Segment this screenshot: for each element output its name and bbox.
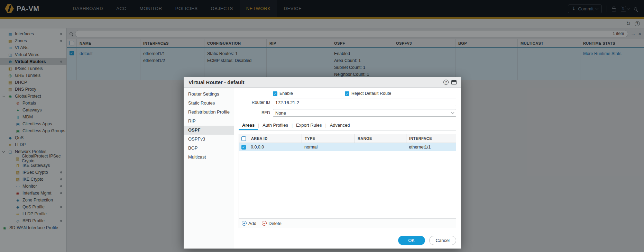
tab-export-rules[interactable]: Export Rules [293,123,325,130]
add-label: Add [248,221,256,226]
areas-row-checkbox-cell: ✓ [239,145,248,150]
area-id-cell: 0.0.0.0 [248,145,302,150]
dialog-menu-item-ospf[interactable]: OSPF [184,126,234,135]
router-id-field[interactable] [273,99,456,106]
areas-column-type[interactable]: TYPE [302,134,355,143]
enable-label: Enable [279,91,293,96]
dialog-menu-item-bgp[interactable]: BGP [184,144,234,153]
areas-table-header: AREA IDTYPERANGEINTERFACE [239,134,456,143]
window-icon[interactable] [451,80,457,84]
areas-table-rows: ✓0.0.0.0normalethernet1/1 [239,143,456,151]
areas-row-checkbox[interactable]: ✓ [241,145,246,150]
dialog-title-bar: Virtual Router - default ? [184,77,461,88]
enable-checkbox-group[interactable]: ✓ Enable [273,91,293,96]
virtual-router-dialog: Virtual Router - default ? Router Settin… [184,77,461,249]
dialog-menu: Router SettingsStatic RoutesRedistributi… [184,88,234,249]
interface-cell: ethernet1/1 [406,145,456,150]
areas-header-checkbox-cell [239,136,248,141]
help-icon[interactable]: ? [443,80,449,85]
reject-default-route-checkbox-group[interactable]: ✓ Reject Default Route [345,91,391,96]
tab-areas[interactable]: Areas [239,123,258,130]
bfd-select[interactable]: None [273,109,456,117]
delete-button[interactable]: − Delete [262,221,282,226]
areas-column-range[interactable]: RANGE [355,134,406,143]
dialog-menu-item-redistribution-profile[interactable]: Redistribution Profile [184,108,234,117]
areas-table: AREA IDTYPERANGEINTERFACE ✓0.0.0.0normal… [239,134,456,228]
reject-default-route-checkbox[interactable]: ✓ [345,91,349,96]
router-id-label: Router ID [239,100,270,105]
dialog-menu-item-router-settings[interactable]: Router Settings [184,90,234,99]
areas-column-area-id[interactable]: AREA ID [248,134,302,143]
areas-table-row[interactable]: ✓0.0.0.0normalethernet1/1 [239,143,456,151]
enable-checkbox[interactable]: ✓ [273,91,277,96]
add-button[interactable]: + Add [242,221,256,226]
checkbox-row: ✓ Enable ✓ Reject Default Route [239,91,456,96]
bfd-value: None [275,110,286,116]
add-icon: + [242,221,247,226]
dialog-menu-item-multicast[interactable]: Multicast [184,153,234,162]
dialog-menu-item-rip[interactable]: RIP [184,117,234,126]
bfd-label: BFD [239,110,270,115]
areas-table-footer: + Add − Delete [239,218,456,228]
dialog-title: Virtual Router - default [188,79,244,85]
router-id-row: Router ID [239,99,456,106]
delete-label: Delete [268,221,282,226]
cancel-button[interactable]: Cancel [429,236,456,245]
dialog-main: ✓ Enable ✓ Reject Default Route Router I… [234,88,461,249]
bfd-row: BFD None [239,109,456,117]
areas-select-all-checkbox[interactable] [241,136,246,141]
chevron-down-icon [451,110,454,114]
type-cell: normal [302,145,355,150]
reject-default-route-label: Reject Default Route [351,91,391,96]
delete-icon: − [262,221,267,226]
areas-table-empty [239,151,456,218]
tab-advanced[interactable]: Advanced [326,123,353,130]
tab-auth-profiles[interactable]: Auth Profiles [259,123,292,130]
dialog-buttons: OK Cancel [239,236,456,245]
dialog-menu-item-static-routes[interactable]: Static Routes [184,99,234,108]
areas-column-interface[interactable]: INTERFACE [406,134,456,143]
ospf-tabs: Areas|Auth Profiles|Export Rules|Advance… [239,121,456,130]
ok-button[interactable]: OK [398,236,425,245]
dialog-menu-item-ospfv3[interactable]: OSPFv3 [184,135,234,144]
